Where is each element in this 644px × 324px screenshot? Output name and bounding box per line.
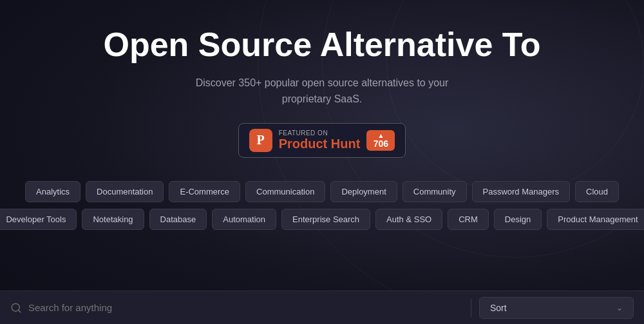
category-chip[interactable]: Community [402,181,467,202]
categories-section: AnalyticsDocumentationE-CommerceCommunic… [0,181,644,230]
category-chip[interactable]: Analytics [25,181,80,202]
svg-line-1 [18,310,20,312]
category-row-2: Developer ToolsNotetakingDatabaseAutomat… [0,209,644,230]
category-chip[interactable]: Product Management [547,209,644,230]
category-chip[interactable]: CRM [448,209,489,230]
category-chip[interactable]: Auth & SSO [375,209,442,230]
category-chip[interactable]: Database [149,209,207,230]
category-chip[interactable]: Design [494,209,542,230]
search-icon [10,302,22,314]
category-chip[interactable]: Automation [212,209,276,230]
category-chip[interactable]: Communication [245,181,325,202]
product-hunt-count: 706 [374,139,388,148]
hero-subtitle: Discover 350+ popular open source altern… [187,75,457,108]
search-divider [471,299,471,317]
product-hunt-featured-label: FEATURED ON [279,129,361,137]
product-hunt-text: FEATURED ON Product Hunt [279,129,361,151]
category-row-1: AnalyticsDocumentationE-CommerceCommunic… [25,181,619,202]
product-hunt-name: Product Hunt [279,137,361,151]
sort-chevron-icon: ⌄ [616,303,623,312]
category-chip[interactable]: Enterprise Search [281,209,370,230]
sort-dropdown[interactable]: Sort ⌄ [479,297,634,319]
category-chip[interactable]: Cloud [575,181,619,202]
category-chip[interactable]: Developer Tools [0,209,77,230]
product-hunt-votes: ▲ 706 [366,130,395,151]
sort-label: Sort [490,303,507,313]
category-chip[interactable]: Deployment [330,181,397,202]
category-chip[interactable]: Documentation [86,181,164,202]
category-chip[interactable]: Notetaking [82,209,144,230]
category-chip[interactable]: Password Managers [472,181,571,202]
search-bar-section: Sort ⌄ [0,291,644,324]
category-chip[interactable]: E-Commerce [169,181,240,202]
product-hunt-logo-letter: P [257,133,265,148]
hero-title: Open Source Alternative To [103,26,540,64]
search-input[interactable] [28,302,463,313]
product-hunt-logo: P [249,129,272,152]
product-hunt-badge[interactable]: P FEATURED ON Product Hunt ▲ 706 [238,123,406,158]
